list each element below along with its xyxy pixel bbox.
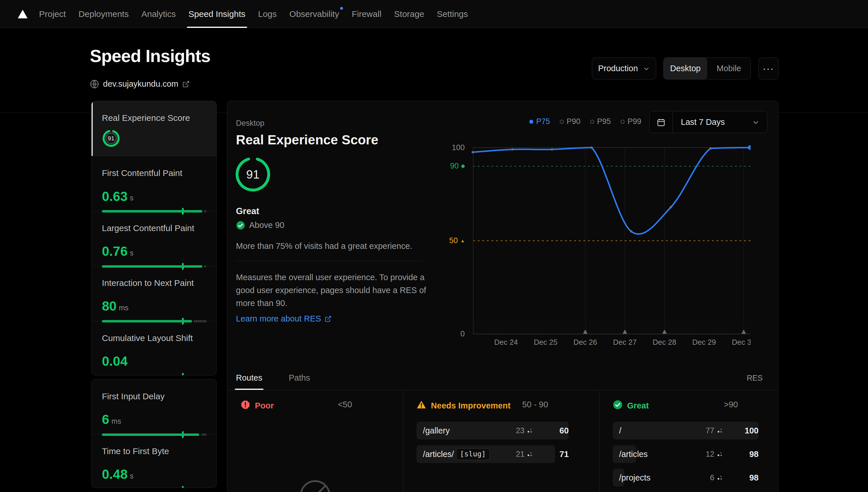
- check-circle-icon: [236, 221, 245, 230]
- nav-item-project[interactable]: Project: [39, 0, 66, 28]
- nav-item-logs[interactable]: Logs: [258, 0, 277, 28]
- bar-tick-marker: [182, 373, 184, 375]
- route-row[interactable]: /gallery23 60: [417, 422, 569, 440]
- route-name: /articles: [619, 449, 648, 459]
- page-title: Speed Insights: [90, 46, 210, 66]
- environment-dropdown[interactable]: Production: [592, 57, 656, 79]
- sidebar-metric-time-to-first-byte[interactable]: Time to First Byte0.48s: [92, 434, 217, 488]
- nav-item-analytics[interactable]: Analytics: [141, 0, 176, 28]
- nav-item-speed-insights[interactable]: Speed Insights: [189, 0, 245, 28]
- traffic-share-icon: [717, 451, 722, 457]
- domain-link[interactable]: dev.sujaykundu.com: [103, 79, 178, 89]
- bucket-label: Poor: [255, 401, 274, 411]
- metric-value: 6: [102, 413, 109, 426]
- learn-more-link[interactable]: Learn more about RES: [236, 314, 331, 323]
- metric-gauge: 91: [102, 129, 206, 149]
- panel-heading: Real Experience Score: [236, 132, 378, 148]
- metric-value-row: 0.04: [102, 353, 206, 368]
- y-axis-tick-text: 50: [449, 236, 458, 245]
- bucket-rows: /gallery23 60/articles/[slug]21 71: [417, 422, 569, 469]
- warning-triangle-icon: [417, 400, 426, 412]
- route-visits: 12: [706, 450, 714, 459]
- sidebar-metric-largest-contentful-paint[interactable]: Largest Contentful Paint0.76s: [92, 211, 217, 266]
- nav-item-storage[interactable]: Storage: [394, 0, 424, 28]
- metric-badge: RES: [747, 374, 763, 383]
- bucket-header: Great>90: [613, 400, 738, 412]
- sidebar-card-1: Real Experience Score 91 First Contentfu…: [91, 101, 217, 375]
- metric-title: Time to First Byte: [102, 446, 206, 456]
- route-score: 100: [739, 426, 759, 436]
- device-toggle-mobile[interactable]: Mobile: [707, 58, 751, 79]
- bucket-rows: /77 100/articles12 98/projects6 98: [613, 422, 759, 492]
- percentile-selector: P75P90P95P99: [529, 117, 641, 126]
- route-name: /projects: [619, 473, 651, 483]
- route-row[interactable]: /77 100: [613, 422, 759, 440]
- metric-unit: s: [130, 472, 134, 480]
- route-score: 98: [739, 449, 759, 459]
- chevron-down-icon: [643, 65, 650, 72]
- check-circle-icon: [613, 400, 623, 412]
- score-buckets: Poor<50 Needs Improvement50 - 90/gallery…: [227, 390, 778, 492]
- sidebar-metric-cumulative-layout-shift[interactable]: Cumulative Layout Shift0.04: [92, 321, 217, 375]
- metric-value-row: 0.76s: [102, 243, 206, 258]
- svg-text:91: 91: [108, 135, 114, 142]
- y-axis-tick-text: 100: [452, 143, 465, 152]
- sidebar-metric-real-experience-score[interactable]: Real Experience Score 91: [92, 101, 217, 156]
- nav-item-label: Speed Insights: [189, 9, 245, 19]
- rating-label: Great: [236, 206, 259, 217]
- external-link-icon: [325, 316, 331, 322]
- external-link-icon: [182, 80, 190, 88]
- nav-item-label: Logs: [258, 9, 277, 19]
- chevron-down-icon: [752, 119, 760, 126]
- metric-value: 0.04: [102, 355, 128, 368]
- route-row-content: /articles12 98: [613, 445, 759, 463]
- nav-item-deployments[interactable]: Deployments: [78, 0, 129, 28]
- percentile-option-p99[interactable]: P99: [621, 117, 641, 126]
- sidebar-metric-first-contentful-paint[interactable]: First Contentful Paint0.63s: [92, 156, 217, 211]
- vercel-logo-icon[interactable]: [18, 10, 28, 18]
- description-text: Measures the overall user experience. To…: [236, 271, 431, 310]
- route-name: /gallery: [423, 426, 450, 436]
- metric-value-row: 0.48s: [102, 466, 206, 481]
- date-range-picker[interactable]: Last 7 Days: [649, 111, 767, 133]
- device-toggle-desktop[interactable]: Desktop: [664, 58, 707, 79]
- nav-item-label: Firewall: [352, 9, 381, 19]
- y-axis-label-90: 90: [411, 162, 465, 171]
- svg-text:Dec 27: Dec 27: [613, 338, 637, 346]
- y-axis-tick-text: 0: [461, 329, 465, 339]
- nav-item-label: Analytics: [141, 9, 176, 19]
- route-visits: 23: [516, 426, 524, 435]
- nav-item-observability[interactable]: Observability: [289, 0, 339, 28]
- svg-text:Dec 26: Dec 26: [573, 338, 597, 346]
- nav-item-firewall[interactable]: Firewall: [352, 0, 381, 28]
- sidebar-metric-first-input-delay[interactable]: First Input Delay6ms: [92, 379, 217, 434]
- bar-gray-segment: [202, 375, 207, 375]
- route-row[interactable]: /articles12 98: [613, 445, 759, 463]
- bucket-label: Great: [627, 401, 649, 411]
- domain-row: dev.sujaykundu.com: [90, 79, 190, 89]
- route-row[interactable]: /articles/[slug]21 71: [417, 445, 569, 463]
- more-options-button[interactable]: ···: [758, 57, 778, 79]
- tab-routes[interactable]: Routes: [236, 373, 262, 383]
- metric-unit: s: [130, 194, 134, 202]
- date-range-label: Last 7 Days: [673, 117, 752, 127]
- percentile-option-p95[interactable]: P95: [590, 117, 611, 126]
- tab-paths[interactable]: Paths: [289, 373, 310, 383]
- nav-item-label: Observability: [289, 9, 339, 19]
- route-row[interactable]: /projects6 98: [613, 469, 759, 487]
- y-axis-label-100: 100: [411, 143, 465, 152]
- percentile-option-p90[interactable]: P90: [560, 117, 580, 126]
- y-axis-tick-text: 90: [450, 162, 459, 171]
- route-row-content: /gallery23 60: [417, 422, 569, 440]
- sidebar-metric-interaction-to-next-paint[interactable]: Interaction to Next Paint80ms: [92, 266, 217, 321]
- route-score: 98: [739, 473, 759, 483]
- metric-value: 0.63: [102, 190, 128, 203]
- route-visits: 6: [710, 473, 714, 482]
- alert-octagon-icon: [241, 400, 250, 412]
- nav-item-settings[interactable]: Settings: [437, 0, 468, 28]
- bucket-range: <50: [338, 400, 352, 409]
- res-line-chart: Dec 24Dec 25Dec 26Dec 27Dec 28Dec 29Dec …: [471, 135, 751, 349]
- svg-text:91: 91: [246, 168, 260, 181]
- metric-title: First Input Delay: [102, 392, 206, 401]
- percentile-option-p75[interactable]: P75: [529, 117, 550, 126]
